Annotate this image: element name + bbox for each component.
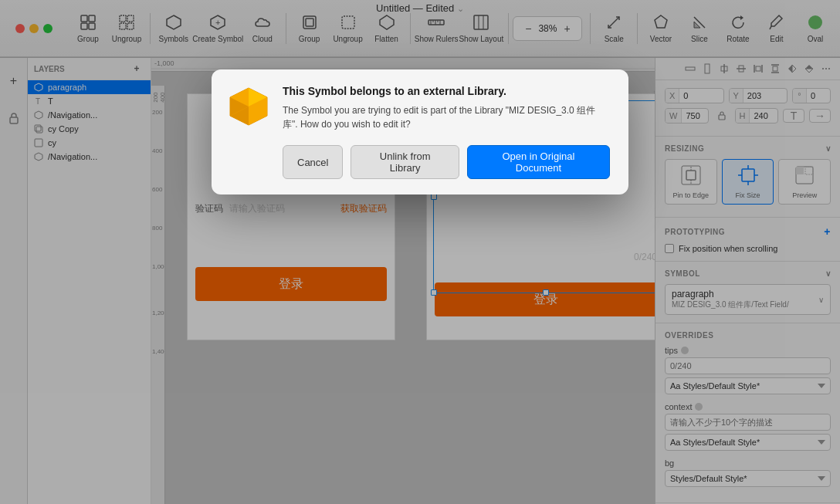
modal-dialog: This Symbol belongs to an external Libra… (212, 69, 628, 194)
unlink-from-library-button[interactable]: Unlink from Library (351, 145, 459, 179)
modal-buttons: Cancel Unlink from Library Open in Origi… (283, 145, 610, 179)
open-in-original-document-button[interactable]: Open in Original Document (467, 145, 610, 179)
modal-icon (227, 85, 270, 179)
modal-overlay: This Symbol belongs to an external Libra… (0, 0, 840, 504)
cancel-button[interactable]: Cancel (283, 145, 343, 179)
modal-title: This Symbol belongs to an external Libra… (283, 85, 610, 97)
modal-content: This Symbol belongs to an external Libra… (283, 85, 610, 179)
modal-body: The Symbol you are trying to edit is par… (283, 103, 610, 131)
